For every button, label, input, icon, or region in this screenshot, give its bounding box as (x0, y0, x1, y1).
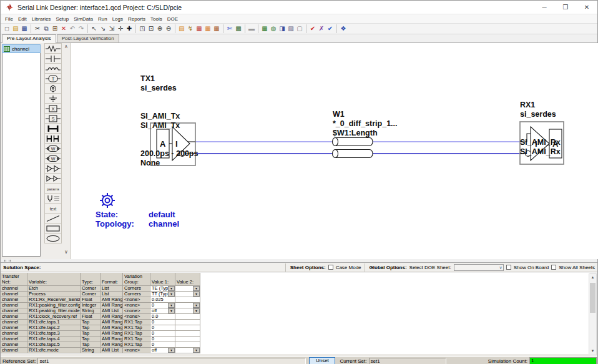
waveform-viewer-icon[interactable]: ▩ (234, 24, 243, 34)
show-on-board-checkbox[interactable] (506, 265, 511, 270)
column-header[interactable]: Type: (81, 273, 100, 286)
value1-cell[interactable]: off▾ (150, 348, 175, 353)
palette-tline[interactable] (44, 123, 62, 134)
resize-handle-icon[interactable]: ⇲ (107, 24, 116, 34)
value2-cell[interactable]: ▾ (175, 286, 200, 292)
dropdown-icon[interactable]: ▾ (193, 308, 200, 313)
palette-ground[interactable] (44, 93, 62, 104)
wire-tool-icon[interactable]: ↯ (186, 24, 195, 34)
value1-cell[interactable]: 0.025 (150, 297, 175, 303)
dropdown-icon[interactable]: ▾ (193, 348, 200, 353)
current-set-field[interactable]: set1 (369, 358, 446, 364)
palette-ellipse-tool[interactable] (44, 233, 62, 243)
palette-coupled-tline[interactable] (44, 133, 62, 144)
palette-w-line-coupled[interactable]: W (44, 153, 62, 164)
delete-icon[interactable]: ✕ (59, 24, 68, 34)
scroll-thumb[interactable] (590, 283, 596, 313)
reference-set-field[interactable]: set1 (37, 358, 306, 364)
dropdown-icon[interactable]: ▾ (193, 286, 200, 291)
column-header[interactable]: Format: (100, 273, 123, 286)
palette-resistor[interactable] (44, 43, 62, 54)
column-header[interactable]: Variable: (27, 273, 81, 286)
palette-io-buffer[interactable] (44, 163, 62, 174)
undo-icon[interactable]: ↶ (68, 24, 77, 34)
menu-edit[interactable]: Edit (16, 16, 29, 22)
palette-scroll-up-icon[interactable]: ∧ (62, 43, 70, 50)
move-icon[interactable]: ✛ (116, 24, 125, 34)
value1-cell[interactable]: 0▾ (150, 303, 175, 308)
open-project-icon[interactable]: ▤ (11, 24, 20, 34)
column-header[interactable]: Value 2: (175, 273, 200, 286)
palette-scroll-down-icon[interactable]: ∨ (62, 248, 70, 255)
value2-cell[interactable]: ▾ (175, 348, 200, 353)
value1-cell[interactable]: TT (Typ)▾ (150, 292, 175, 297)
tab-post-layout-verification[interactable]: Post-Layout Verification (57, 34, 119, 42)
scroll-up-icon[interactable]: ▲ (589, 274, 596, 281)
save-icon[interactable]: ▦ (20, 24, 29, 34)
value2-cell[interactable] (175, 325, 200, 331)
palette-t-element[interactable]: T (44, 73, 62, 84)
palette-s-block[interactable]: S (44, 113, 62, 124)
show-all-sheets-checkbox[interactable] (551, 265, 556, 270)
move-all-icon[interactable]: ✚ (125, 24, 134, 34)
unset-button[interactable]: Unset (309, 357, 335, 364)
scroll-down-icon[interactable]: ▼ (589, 348, 596, 355)
image-viewer-icon[interactable]: ▨ (287, 24, 295, 34)
zoom-out-icon[interactable]: ⊖ (164, 24, 173, 34)
dropdown-icon[interactable]: ▾ (193, 303, 200, 308)
value2-cell[interactable]: ▾ (175, 292, 200, 297)
zoom-select-icon[interactable]: ⊡ (147, 24, 155, 34)
value2-cell[interactable]: ▾ (175, 303, 200, 308)
paste-icon[interactable]: ⊞ (51, 24, 59, 34)
new-sheet-icon[interactable]: □ (2, 24, 11, 34)
dropdown-icon[interactable]: ▾ (168, 348, 175, 353)
column-header[interactable]: TransferNet: (1, 273, 27, 286)
close-button[interactable]: ✕ (576, 1, 597, 14)
notebook-red-icon[interactable]: ▦ (195, 24, 203, 34)
state-value[interactable]: default (149, 210, 175, 219)
menu-libraries[interactable]: Libraries (29, 16, 54, 22)
dropdown-icon[interactable]: ▾ (193, 292, 200, 297)
value2-cell[interactable] (175, 314, 200, 320)
schematic-canvas[interactable]: A I I A TX1si_serdes SI_AMI_T (70, 43, 598, 259)
column-header[interactable]: Value 1: (150, 273, 175, 286)
notebook-brown-icon[interactable]: ▦ (212, 24, 221, 34)
layout-gray-icon[interactable]: ▬ (247, 24, 256, 34)
copy-icon[interactable]: ⧉ (42, 24, 51, 34)
doe-sheet-select[interactable]: ∨ (454, 264, 504, 271)
zoom-in-icon[interactable]: ⊕ (155, 24, 164, 34)
value2-cell[interactable]: ▾ (175, 308, 200, 314)
table-scrollbar[interactable]: ▲ ▼ (589, 273, 597, 355)
check-purple-icon[interactable]: ✗ (317, 24, 326, 34)
pan-drag-icon[interactable]: ↘ (99, 24, 107, 34)
value1-cell[interactable]: 0 (150, 325, 175, 331)
menu-doe[interactable]: DOE (165, 16, 180, 22)
value1-cell[interactable]: TE (Typ)▾ (150, 286, 175, 292)
tree-item-channel[interactable]: channel (2, 45, 40, 52)
palette-w-line[interactable]: W (44, 143, 62, 154)
web-report-icon[interactable]: ◍ (269, 24, 278, 34)
dropdown-icon[interactable]: ▾ (168, 303, 175, 308)
value2-cell[interactable] (175, 320, 200, 325)
value1-cell[interactable]: off▾ (150, 308, 175, 314)
minimize-button[interactable]: ─ (534, 1, 555, 14)
window-blue-icon[interactable]: ◨ (278, 24, 287, 34)
palette-inductor[interactable] (44, 63, 62, 74)
value1-cell[interactable]: 0.0 (150, 314, 175, 320)
palette-x-block[interactable]: X (44, 103, 62, 114)
palette-rectangle-tool[interactable] (44, 223, 62, 234)
column-header[interactable]: VariationGroup: (123, 273, 150, 286)
palette-capacitor[interactable] (44, 53, 62, 64)
value2-cell[interactable] (175, 337, 200, 342)
value1-cell[interactable]: 0 (150, 331, 175, 337)
case-mode-checkbox[interactable] (328, 265, 333, 270)
cut-icon[interactable]: ✂ (33, 24, 42, 34)
zoom-region-icon[interactable]: ◳ (138, 24, 147, 34)
simulate-tools-icon[interactable]: ✄ (225, 24, 234, 34)
value2-cell[interactable] (175, 331, 200, 337)
menu-simdata[interactable]: SimData (71, 16, 96, 22)
tab-pre-layout-analysis[interactable]: Pre-Layout Analysis (2, 34, 56, 43)
menu-logs[interactable]: Logs (110, 16, 125, 22)
topology-value[interactable]: channel (149, 219, 179, 229)
edit-sheet-icon[interactable]: ▤ (177, 24, 186, 34)
